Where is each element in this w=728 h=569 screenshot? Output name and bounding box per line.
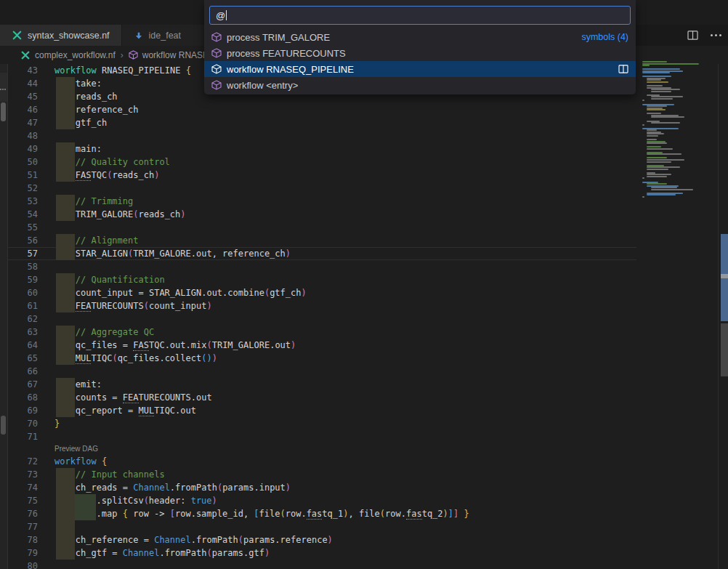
code-line[interactable]: 66 [0,365,636,378]
code-line[interactable]: 58 [0,260,636,273]
code-line[interactable]: 79ch_gtf = Channel.fromPath(params.gtf) [0,546,636,560]
line-number[interactable]: 56 [7,234,38,247]
left-strip-panel [0,73,7,102]
code-line[interactable]: 59// Quantification [0,273,636,286]
line-number[interactable]: 74 [7,481,38,494]
line-number[interactable]: 47 [7,116,38,129]
code-line[interactable]: 77 [0,520,636,533]
line-number[interactable]: 46 [7,103,38,116]
split-editor-button[interactable] [686,29,699,42]
line-number[interactable]: 70 [7,417,38,430]
quick-open-item[interactable]: process FEATURECOUNTS [204,45,636,61]
line-number[interactable]: 61 [7,299,38,312]
line-number[interactable]: 79 [7,546,38,560]
quick-open-item[interactable]: workflow <entry> [204,77,636,93]
code-editor[interactable]: 43workflow RNASEQ_PIPELINE {44take:45rea… [0,64,636,569]
code-line[interactable]: 50// Quality control [0,156,636,169]
line-number[interactable]: 44 [7,77,38,90]
left-scrollbar-thumb[interactable] [1,102,6,121]
tab-syntax-showcase[interactable]: syntax_showcase.nf [0,25,121,46]
code-line[interactable]: 56// Alignment [0,234,636,247]
quick-open-item[interactable]: process TRIM_GALOREsymbols (4) [204,29,636,45]
code-line-content: ch_reference = Channel.fromPath(params.r… [54,533,636,546]
line-number[interactable]: 53 [7,195,38,208]
code-line[interactable]: 46reference_ch [0,103,636,116]
line-number[interactable]: 76 [7,507,38,520]
code-line[interactable]: 54TRIM_GALORE(reads_ch) [0,208,636,221]
code-line[interactable]: 80 [0,560,636,569]
line-number[interactable]: 60 [7,286,38,299]
line-number[interactable]: 43 [7,64,38,77]
code-line[interactable]: 53// Trimming [0,195,636,208]
code-line[interactable]: 63// Aggregate QC [0,326,636,339]
codelens-preview-dag[interactable]: Preview DAG [54,443,98,455]
tab-ide-features[interactable]: ide_feat [122,25,217,46]
line-number[interactable]: 57 [7,247,38,260]
code-line[interactable]: 71 [0,430,636,443]
minimap-row [642,65,650,66]
line-number[interactable]: 52 [7,182,38,195]
line-number[interactable]: 63 [7,326,38,339]
code-line[interactable]: 52 [0,182,636,195]
quick-open-item[interactable]: workflow RNASEQ_PIPELINE [204,61,636,77]
code-line[interactable]: 51FASTQC(reads_ch) [0,169,636,182]
code-line[interactable]: 73// Input channels [0,468,636,481]
line-number[interactable]: 51 [7,169,38,182]
line-number[interactable]: 59 [7,273,38,286]
code-line[interactable]: 60count_input = STAR_ALIGN.out.combine(g… [0,286,636,299]
left-scrollbar-thumb-2[interactable] [1,416,6,435]
line-number[interactable]: 77 [7,520,38,533]
line-number[interactable]: 45 [7,90,38,103]
line-number[interactable]: 71 [7,430,38,443]
code-line[interactable]: 49main: [0,142,636,156]
code-line[interactable]: 75.splitCsv(header: true) [0,494,636,507]
code-line-content: } [54,417,636,430]
line-number[interactable]: 62 [7,312,38,326]
code-line[interactable]: 69qc_report = MULTIQC.out [0,404,636,417]
code-line[interactable]: 78ch_reference = Channel.fromPath(params… [0,533,636,546]
line-number[interactable]: 64 [7,339,38,352]
breadcrumb-file[interactable]: complex_workflow.nf [35,50,116,60]
code-line[interactable]: 57STAR_ALIGN(TRIM_GALORE.out, reference_… [0,247,636,260]
line-number[interactable]: 68 [7,391,38,404]
code-line[interactable]: 67emit: [0,378,636,391]
more-actions-button[interactable] [709,29,722,42]
code-line[interactable]: 74ch_reads = Channel.fromPath(params.inp… [0,481,636,494]
code-line[interactable]: 70} [0,417,636,430]
line-number[interactable]: 72 [7,455,38,468]
line-number[interactable]: 48 [7,129,38,142]
line-number[interactable]: 73 [7,468,38,481]
code-line[interactable]: 47gtf_ch [0,116,636,129]
line-number[interactable]: 65 [7,352,38,365]
line-number[interactable]: 78 [7,533,38,546]
code-line[interactable]: 65MULTIQC(qc_files.collect()) [0,352,636,365]
line-number[interactable]: 49 [7,142,38,156]
line-number[interactable]: 67 [7,378,38,391]
minimap-row [647,85,663,86]
line-number[interactable]: 66 [7,365,38,378]
minimap-row [642,124,644,126]
line-number[interactable]: 69 [7,404,38,417]
line-number[interactable]: 75 [7,494,38,507]
minimap-row [647,159,684,161]
quick-open-input[interactable]: @ [209,6,631,25]
minimap-row [651,116,684,118]
minimap-row [647,129,657,131]
line-number[interactable]: 55 [7,221,38,234]
code-line[interactable]: 48 [0,129,636,142]
code-line[interactable]: 76.map { row -> [row.sample_id, [file(ro… [0,507,636,520]
code-line[interactable]: 68counts = FEATURECOUNTS.out [0,391,636,404]
line-number[interactable]: 50 [7,156,38,169]
code-line[interactable]: 55 [0,221,636,234]
minimap[interactable] [641,61,713,206]
code-line[interactable]: 64qc_files = FASTQC.out.mix(TRIM_GALORE.… [0,339,636,352]
minimap-row [647,161,671,163]
editor-scrollbar-thumb[interactable] [721,323,728,376]
line-number[interactable]: 54 [7,208,38,221]
code-line[interactable]: 72workflow { [0,455,636,468]
line-number[interactable]: 80 [7,560,38,569]
open-to-side-icon[interactable] [618,65,628,73]
code-line[interactable]: 61FEATURECOUNTS(count_input) [0,299,636,312]
code-line[interactable]: 62 [0,312,636,326]
line-number[interactable]: 58 [7,260,38,273]
